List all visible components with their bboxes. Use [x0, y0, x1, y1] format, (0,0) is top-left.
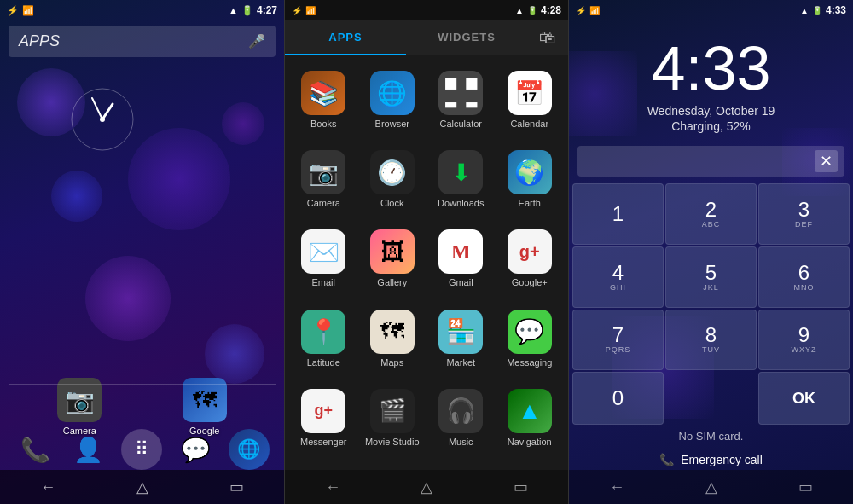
phone-icon: 📞: [659, 453, 674, 466]
home-apps: 📷 Camera 🗺 Google: [0, 378, 284, 436]
navigation-icon: ▲: [508, 389, 552, 433]
key-4[interactable]: 4 GHI: [572, 246, 664, 308]
app-calculator[interactable]: ■ ■▬ ▬ Calculator: [426, 64, 496, 143]
moviestudio-icon: 🎬: [370, 389, 415, 433]
key-2[interactable]: 2 ABC: [665, 183, 757, 245]
gallery-label: Gallery: [377, 277, 407, 287]
app-browser[interactable]: 🌐 Browser: [358, 64, 427, 143]
app-gallery[interactable]: 🖼 Gallery: [358, 223, 427, 302]
camera-icon: 📷: [301, 150, 345, 194]
key-5[interactable]: 5 JKL: [665, 246, 757, 308]
dock-launcher[interactable]: ⠿: [121, 429, 162, 470]
app-camera[interactable]: 📷 Camera: [289, 143, 358, 223]
apps-usb-icon: ⚡: [292, 6, 302, 15]
calculator-icon: ■ ■▬ ▬: [438, 71, 483, 115]
downloads-icon: ⬇: [438, 150, 483, 194]
latitude-icon: 📍: [301, 310, 345, 354]
mic-icon[interactable]: 🎤: [248, 33, 265, 49]
apps-home-button[interactable]: △: [421, 478, 432, 496]
pin-display: ✕: [577, 146, 844, 177]
app-messaging[interactable]: 💬 Messaging: [496, 303, 565, 382]
key-empty: [665, 372, 757, 425]
key-1-num: 1: [612, 204, 624, 224]
app-market[interactable]: 🏪 Market: [426, 303, 496, 382]
key-0-num: 0: [612, 388, 624, 408]
clock-icon: 🕐: [370, 150, 415, 194]
music-label: Music: [449, 437, 473, 447]
key-3-alpha: DEF: [795, 220, 813, 229]
dock-browser[interactable]: 🌐: [229, 429, 270, 470]
app-clock[interactable]: 🕐 Clock: [358, 143, 427, 223]
key-0[interactable]: 0: [572, 372, 664, 425]
bokeh-2: [128, 128, 230, 230]
key-9[interactable]: 9 WXYZ: [758, 310, 850, 371]
music-icon: 🎧: [438, 389, 483, 433]
status-left: ⚡ 📶: [7, 5, 34, 16]
app-books[interactable]: 📚 Books: [289, 64, 358, 143]
search-bar[interactable]: APPS 🎤: [9, 26, 276, 57]
key-6-alpha: MNO: [794, 283, 815, 292]
dock-contacts[interactable]: 👤: [68, 429, 109, 470]
earth-icon: 🌍: [508, 150, 552, 194]
store-button[interactable]: 🛍: [527, 20, 568, 55]
key-9-num: 9: [798, 325, 809, 345]
clock-label: Clock: [380, 198, 404, 208]
apps-signal-icon: 📶: [305, 6, 316, 15]
calendar-label: Calendar: [510, 119, 548, 129]
emergency-call-button[interactable]: 📞 Emergency call: [569, 446, 853, 470]
dock-messenger[interactable]: 💬: [175, 429, 216, 470]
home-app-google[interactable]: 🗺 Google: [183, 378, 227, 436]
key-7[interactable]: 7 PQRS: [572, 310, 664, 371]
app-calendar[interactable]: 📅 Calendar: [496, 64, 565, 143]
apps-status-bar: ⚡ 📶 ▲ 🔋 4:28: [285, 0, 568, 20]
tab-widgets[interactable]: WIDGETS: [406, 20, 527, 55]
lock-recents-button[interactable]: ▭: [798, 478, 813, 496]
market-icon: 🏪: [438, 310, 483, 354]
lock-usb-icon: ⚡: [576, 6, 586, 15]
market-label: Market: [446, 357, 475, 368]
app-gmail[interactable]: M Gmail: [426, 223, 496, 302]
app-messenger[interactable]: g+ Messenger: [289, 382, 358, 461]
bokeh-4: [85, 256, 171, 341]
apps-recents-button[interactable]: ▭: [514, 478, 528, 496]
keypad: 1 2 ABC 3 DEF 4 GHI 5 JKL 6 MNO 7 PQRS 8: [569, 183, 853, 425]
key-3[interactable]: 3 DEF: [758, 183, 850, 245]
apps-back-button[interactable]: ←: [325, 478, 340, 496]
tab-apps[interactable]: APPS: [285, 20, 406, 55]
books-label: Books: [310, 119, 337, 129]
backspace-button[interactable]: ✕: [815, 150, 838, 172]
gmail-label: Gmail: [449, 277, 473, 287]
key-1[interactable]: 1: [572, 183, 664, 245]
lock-back-button[interactable]: ←: [609, 478, 624, 496]
app-latitude[interactable]: 📍 Latitude: [289, 303, 358, 382]
home-app-camera[interactable]: 📷 Camera: [57, 378, 102, 436]
app-navigation[interactable]: ▲ Navigation: [496, 382, 565, 461]
key-8[interactable]: 8 TUV: [665, 310, 757, 371]
key-ok[interactable]: OK: [758, 372, 850, 425]
app-moviestudio[interactable]: 🎬 Movie Studio: [358, 382, 427, 461]
app-music[interactable]: 🎧 Music: [426, 382, 496, 461]
wifi-icon: ▲: [229, 5, 238, 15]
svg-line-2: [92, 98, 102, 119]
app-email[interactable]: ✉️ Email: [289, 223, 358, 302]
lock-home-button[interactable]: △: [705, 478, 717, 496]
app-earth[interactable]: 🌍 Earth: [496, 143, 565, 223]
app-downloads[interactable]: ⬇ Downloads: [426, 143, 496, 223]
bokeh-3: [51, 171, 102, 222]
key-6[interactable]: 6 MNO: [758, 246, 850, 308]
browser-icon: 🌐: [370, 71, 415, 115]
lock-battery-icon: 🔋: [812, 6, 822, 15]
app-maps[interactable]: 🗺 Maps: [358, 303, 427, 382]
status-right: ▲ 🔋 4:27: [229, 4, 277, 16]
back-button[interactable]: ←: [40, 478, 55, 496]
app-googleplus[interactable]: g+ Google+: [496, 223, 565, 302]
home-button[interactable]: △: [136, 478, 148, 496]
lock-wifi-icon: ▲: [800, 6, 809, 15]
signal-icon: 📶: [22, 5, 34, 16]
email-icon: ✉️: [301, 229, 345, 274]
recents-button[interactable]: ▭: [229, 478, 244, 496]
dock-phone[interactable]: 📞: [15, 429, 55, 470]
books-icon: 📚: [301, 71, 345, 115]
apps-grid: 📚 Books 🌐 Browser ■ ■▬ ▬ Calculator 📅 Ca…: [285, 55, 568, 470]
email-label: Email: [311, 277, 335, 287]
